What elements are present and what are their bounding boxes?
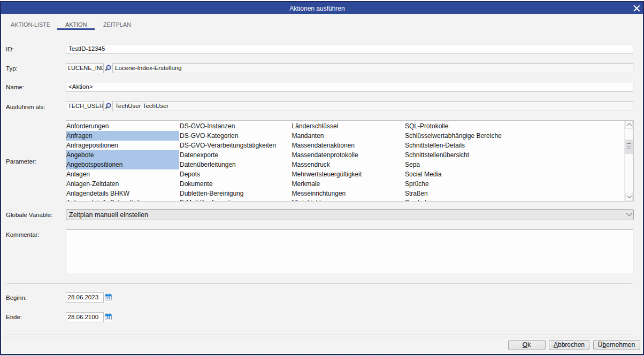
svg-text:31: 31 xyxy=(106,296,111,300)
svg-text:31: 31 xyxy=(106,316,111,320)
